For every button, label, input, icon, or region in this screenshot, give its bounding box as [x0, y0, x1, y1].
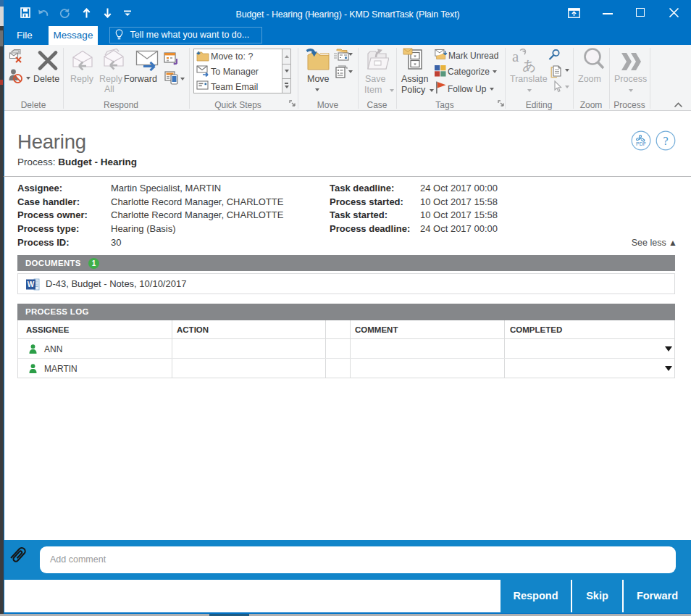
svg-text:?: ?	[663, 135, 668, 147]
svg-text:a: a	[512, 48, 519, 65]
svg-text:W: W	[28, 280, 35, 288]
svg-text:あ: あ	[522, 58, 536, 72]
svg-text:PDF: PDF	[636, 141, 646, 146]
